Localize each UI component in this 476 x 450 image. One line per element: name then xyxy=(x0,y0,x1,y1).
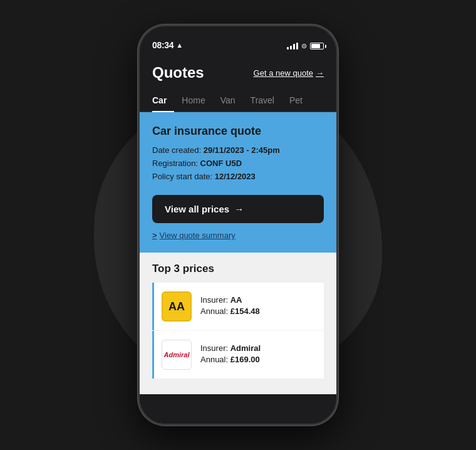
top3-section: Top 3 prices AA Insurer: AA Ann xyxy=(140,253,336,379)
aa-logo: AA xyxy=(162,291,192,322)
quote-date-line: Date created: 29/11/2023 - 2:45pm xyxy=(152,145,324,155)
volume-down-button xyxy=(138,145,140,177)
admiral-insurer-line: Insurer: Admiral xyxy=(200,343,261,353)
phone-mockup: 08:34 ▲ ⊜ Quotes xyxy=(138,24,338,426)
quote-card: Car insurance quote Date created: 29/11/… xyxy=(140,112,336,253)
content-area: Car insurance quote Date created: 29/11/… xyxy=(140,112,336,394)
quote-date-value: 29/11/2023 - 2:45pm xyxy=(204,145,280,155)
aa-annual-value: £154.48 xyxy=(230,306,260,316)
aa-annual-line: Annual: £154.48 xyxy=(200,306,260,316)
tab-travel[interactable]: Travel xyxy=(243,89,282,112)
quote-policy-value: 12/12/2023 xyxy=(215,172,256,181)
aa-insurer-name: AA xyxy=(230,295,242,305)
silent-switch xyxy=(138,83,140,102)
view-prices-button[interactable]: View all prices → xyxy=(152,195,324,223)
price-row-admiral[interactable]: Admiral Insurer: Admiral Annual: £169.00 xyxy=(152,331,324,379)
admiral-annual-line: Annual: £169.00 xyxy=(200,355,261,364)
quote-policy-line: Policy start date: 12/12/2023 xyxy=(152,172,324,181)
battery-icon xyxy=(310,43,324,50)
page-title: Quotes xyxy=(152,64,204,81)
quote-registration-value: CONF U5D xyxy=(200,159,242,168)
location-icon: ▲ xyxy=(176,41,183,49)
tab-home[interactable]: Home xyxy=(174,89,212,112)
aa-insurer-line: Insurer: AA xyxy=(200,295,260,305)
admiral-logo-text: Admiral xyxy=(164,351,190,358)
quote-registration-line: Registration: CONF U5D xyxy=(152,159,324,168)
view-quote-summary-link[interactable]: > View quote summary xyxy=(152,231,324,240)
volume-up-button xyxy=(138,108,140,139)
admiral-annual-value: £169.00 xyxy=(230,355,260,364)
tab-car[interactable]: Car xyxy=(152,89,174,112)
quote-card-title: Car insurance quote xyxy=(152,125,324,138)
chevron-icon: > xyxy=(152,231,157,240)
app-header: Quotes Get a new quote → xyxy=(140,54,336,89)
top3-title: Top 3 prices xyxy=(152,263,324,275)
admiral-price-info: Insurer: Admiral Annual: £169.00 xyxy=(200,343,261,366)
signal-icon xyxy=(287,43,298,50)
price-row-aa[interactable]: AA Insurer: AA Annual: £154.48 xyxy=(152,283,324,330)
status-time: 08:34 xyxy=(152,40,173,50)
admiral-insurer-name: Admiral xyxy=(230,343,261,353)
tabs-bar: Car Home Van Travel Pet xyxy=(140,89,336,112)
wifi-icon: ⊜ xyxy=(301,42,307,50)
status-icons: ⊜ xyxy=(287,42,324,50)
tab-van[interactable]: Van xyxy=(213,89,243,112)
tab-pet[interactable]: Pet xyxy=(282,89,310,112)
notch xyxy=(200,26,276,44)
phone-screen: Quotes Get a new quote → Car Home Van Tr… xyxy=(140,54,336,424)
aa-price-info: Insurer: AA Annual: £154.48 xyxy=(200,295,260,318)
power-button xyxy=(336,102,338,139)
admiral-logo: Admiral xyxy=(162,340,192,370)
new-quote-link[interactable]: Get a new quote → xyxy=(254,68,324,78)
phone-frame: 08:34 ▲ ⊜ Quotes xyxy=(138,24,338,426)
